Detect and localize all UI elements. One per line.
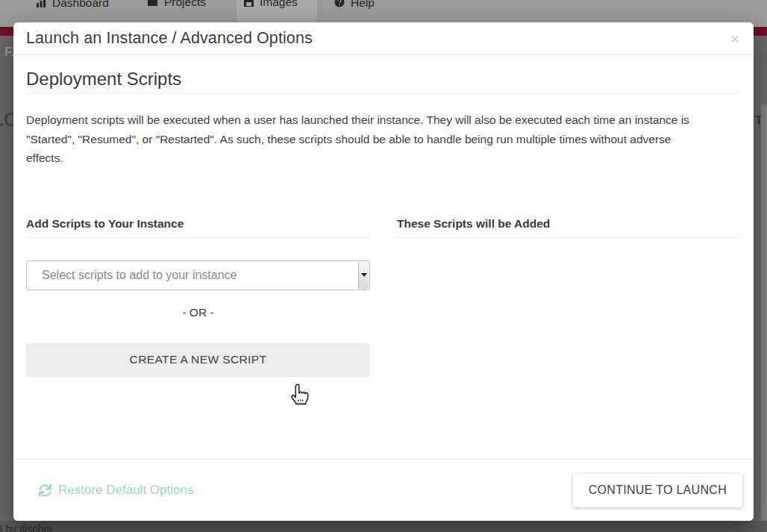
scripts-select[interactable]: Select scripts to add to your instance — [26, 260, 370, 290]
modal-footer: Restore Default Options CONTINUE TO LAUN… — [13, 459, 754, 521]
section-heading: Deployment Scripts — [26, 69, 741, 94]
continue-to-launch-button[interactable]: CONTINUE TO LAUNCH — [573, 474, 742, 507]
background-scrollbar — [761, 104, 767, 522]
save-icon — [244, 0, 254, 9]
nav-item-help[interactable]: Help — [334, 0, 375, 9]
close-icon[interactable]: × — [729, 31, 741, 46]
scripts-columns: Add Scripts to Your Instance Select scri… — [26, 217, 741, 376]
added-scripts-header: These Scripts will be Added — [397, 217, 741, 238]
launch-advanced-options-modal: Launch an Instance / Advanced Options × … — [13, 22, 754, 521]
restore-default-options-link[interactable]: Restore Default Options — [39, 483, 193, 498]
nav-item-label: Help — [351, 0, 375, 9]
or-separator: - OR - — [26, 305, 370, 320]
added-scripts-column: These Scripts will be Added — [397, 217, 741, 376]
chevron-down-icon[interactable] — [358, 262, 369, 289]
backdrop-bottom-strip — [0, 521, 767, 532]
add-scripts-header: Add Scripts to Your Instance — [26, 217, 370, 238]
scripts-select-placeholder: Select scripts to add to your instance — [42, 269, 237, 282]
section-description: Deployment scripts will be executed when… — [26, 110, 711, 168]
refresh-icon — [39, 484, 51, 497]
folder-icon — [147, 0, 158, 9]
nav-item-images[interactable]: Images — [244, 0, 298, 8]
nav-item-projects[interactable]: Projects — [147, 0, 206, 8]
modal-header: Launch an Instance / Advanced Options × — [13, 22, 754, 55]
modal-body: Deployment Scripts Deployment scripts wi… — [13, 69, 754, 376]
backdrop-text-fragment: 3 by jfischer — [0, 523, 53, 532]
nav-item-label: Images — [260, 0, 298, 8]
nav-item-label: Projects — [164, 0, 206, 8]
nav-item-dashboard[interactable]: Dashboard — [36, 0, 109, 9]
nav-item-label: Dashboard — [52, 0, 109, 9]
hand-pointer-cursor-icon — [289, 384, 309, 407]
help-circle-icon — [334, 0, 345, 10]
bar-chart-icon — [36, 0, 46, 10]
add-scripts-column: Add Scripts to Your Instance Select scri… — [26, 217, 370, 376]
restore-link-label: Restore Default Options — [58, 483, 193, 498]
create-new-script-button[interactable]: CREATE A NEW SCRIPT — [26, 343, 370, 376]
modal-title: Launch an Instance / Advanced Options — [26, 29, 313, 48]
